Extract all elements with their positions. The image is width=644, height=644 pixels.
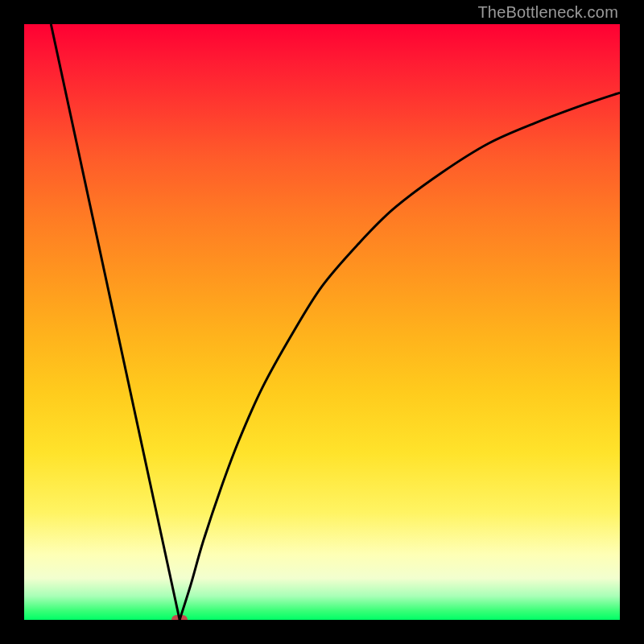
heatmap-gradient — [24, 24, 620, 620]
bottleneck-marker — [171, 615, 188, 620]
chart-frame: TheBottleneck.com — [0, 0, 644, 644]
plot-area — [24, 24, 620, 620]
watermark-text: TheBottleneck.com — [477, 3, 618, 22]
